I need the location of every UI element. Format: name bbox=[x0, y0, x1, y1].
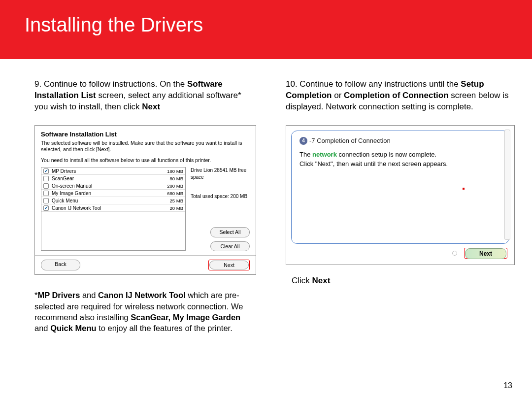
next-button[interactable]: Next bbox=[209, 261, 249, 269]
table-row[interactable]: ✔Canon IJ Network Tool20 MB bbox=[41, 204, 185, 212]
dialog-description: The selected software will be installed.… bbox=[41, 140, 250, 153]
table-row[interactable]: Quick Menu25 MB bbox=[41, 197, 185, 204]
highlight-box: Next bbox=[464, 248, 507, 259]
checkbox-icon[interactable] bbox=[43, 191, 49, 196]
scrollbar[interactable] bbox=[504, 130, 510, 240]
page-title: Installing the Drivers bbox=[25, 14, 507, 36]
completion-dialog: 4-7 Completion of Connection The network… bbox=[286, 125, 515, 265]
step-9-text: 9. Continue to follow instructions. On t… bbox=[34, 79, 256, 113]
back-button[interactable]: Back bbox=[41, 260, 80, 270]
title-header: Installing the Drivers bbox=[0, 0, 532, 59]
checkbox-icon[interactable] bbox=[43, 176, 49, 181]
checkbox-icon[interactable] bbox=[43, 183, 49, 189]
radio-icon bbox=[452, 251, 457, 256]
table-row[interactable]: On-screen Manual280 MB bbox=[41, 182, 185, 190]
software-table: ✔MP Drivers180 MB ScanGear80 MB On-scree… bbox=[41, 167, 186, 251]
click-next-text: Click Next bbox=[292, 276, 515, 286]
step-10-text: 10. Continue to follow any instructions … bbox=[286, 79, 515, 113]
page-number: 13 bbox=[503, 381, 512, 390]
dialog-title: Software Installation List bbox=[41, 131, 250, 138]
dialog-footer: Back Next bbox=[35, 255, 256, 274]
content-area: 9. Continue to follow instructions. On t… bbox=[0, 59, 532, 334]
free-space-label: Drive Lion 28541 MB free space bbox=[191, 167, 250, 181]
left-column: 9. Continue to follow instructions. On t… bbox=[34, 79, 256, 334]
table-row[interactable]: ✔MP Drivers180 MB bbox=[41, 167, 185, 175]
table-row[interactable]: My Image Garden680 MB bbox=[41, 190, 185, 197]
checkbox-icon[interactable] bbox=[43, 198, 49, 203]
software-install-dialog: Software Installation List The selected … bbox=[34, 125, 256, 275]
step-badge-icon: 4 bbox=[299, 137, 307, 145]
cursor-dot-icon bbox=[463, 188, 465, 190]
next-button[interactable]: Next bbox=[465, 248, 506, 259]
right-column: 10. Continue to follow any instructions … bbox=[286, 79, 515, 334]
clear-all-button[interactable]: Clear All bbox=[210, 241, 250, 252]
completion-panel: 4-7 Completion of Connection The network… bbox=[291, 131, 509, 244]
network-highlight: network bbox=[312, 151, 337, 158]
used-space-label: Total used space: 200 MB bbox=[191, 193, 250, 200]
completion-footer: Next bbox=[291, 244, 509, 260]
dialog-subtext: You need to install all the software bel… bbox=[41, 157, 250, 163]
completion-title: 4-7 Completion of Connection bbox=[299, 137, 501, 145]
completion-body: The network connection setup is now comp… bbox=[299, 150, 501, 169]
highlight-box: Next bbox=[208, 260, 250, 270]
table-row[interactable]: ScanGear80 MB bbox=[41, 175, 185, 182]
disk-info: Drive Lion 28541 MB free space Total use… bbox=[191, 167, 250, 251]
checkbox-icon[interactable]: ✔ bbox=[43, 205, 49, 211]
footnote-text: *MP Drivers and Canon IJ Network Tool wh… bbox=[34, 290, 256, 333]
select-all-button[interactable]: Select All bbox=[210, 227, 250, 237]
checkbox-icon[interactable]: ✔ bbox=[43, 168, 49, 174]
